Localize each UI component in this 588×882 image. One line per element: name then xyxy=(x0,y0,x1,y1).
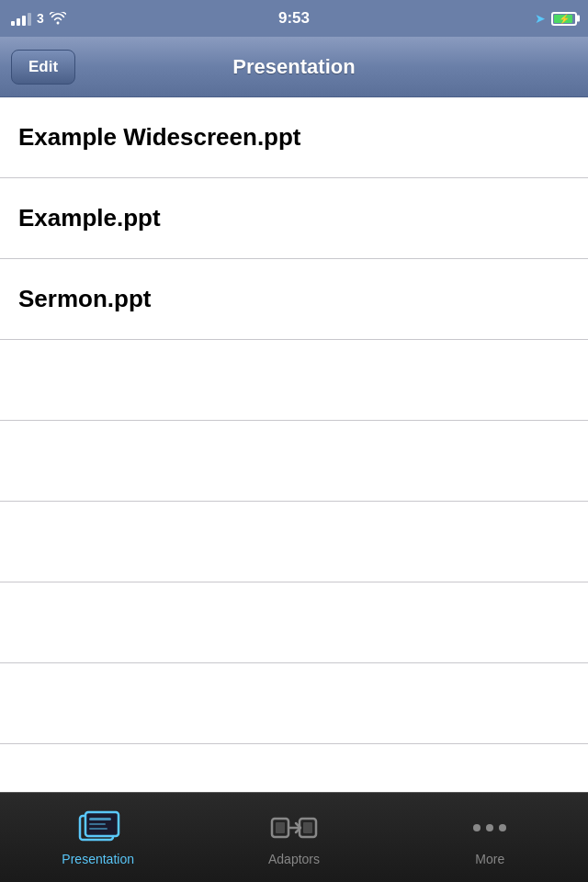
dot-icon xyxy=(486,824,493,831)
svg-rect-3 xyxy=(89,823,106,825)
tab-presentation-label: Presentation xyxy=(62,852,134,866)
wifi-icon xyxy=(50,12,66,25)
status-bar: 3 9:53 ➤ ⚡ xyxy=(0,0,588,37)
signal-bars-icon xyxy=(11,11,31,26)
svg-rect-6 xyxy=(276,822,285,833)
page-title: Presentation xyxy=(232,55,355,79)
empty-row xyxy=(0,502,588,582)
tab-presentation[interactable]: Presentation xyxy=(0,793,196,882)
status-left: 3 xyxy=(11,11,66,26)
empty-row xyxy=(0,582,588,663)
empty-row xyxy=(0,421,588,502)
location-icon: ➤ xyxy=(535,11,546,26)
status-right: ➤ ⚡ xyxy=(535,11,577,26)
tab-more-label: More xyxy=(475,852,504,866)
battery-icon: ⚡ xyxy=(551,12,577,26)
file-list: Example Widescreen.ppt Example.ppt Sermo… xyxy=(0,97,588,825)
list-item-label: Example Widescreen.ppt xyxy=(18,123,301,152)
tab-adaptors[interactable]: Adaptors xyxy=(196,793,391,882)
status-time: 9:53 xyxy=(278,9,310,28)
list-item[interactable]: Example.ppt xyxy=(0,178,588,259)
nav-bar: Edit Presentation xyxy=(0,37,588,97)
dot-icon xyxy=(499,824,506,831)
list-item-label: Sermon.ppt xyxy=(18,285,151,313)
list-item[interactable]: Sermon.ppt xyxy=(0,259,588,340)
list-item[interactable]: Example Widescreen.ppt xyxy=(0,97,588,178)
tab-bar: Presentation Adaptors xyxy=(0,792,588,882)
empty-row xyxy=(0,663,588,744)
empty-row xyxy=(0,340,588,421)
svg-rect-2 xyxy=(89,818,111,820)
svg-rect-4 xyxy=(89,828,107,830)
list-item-label: Example.ppt xyxy=(18,204,161,232)
edit-button[interactable]: Edit xyxy=(11,50,75,85)
tab-adaptors-label: Adaptors xyxy=(268,852,320,866)
presentation-tab-icon xyxy=(74,809,122,846)
tab-more[interactable]: More xyxy=(392,793,588,882)
adaptors-tab-icon xyxy=(270,809,318,846)
more-tab-icon xyxy=(466,809,514,846)
svg-rect-8 xyxy=(303,822,312,833)
network-label: 3 xyxy=(37,11,44,26)
dot-icon xyxy=(473,824,481,831)
